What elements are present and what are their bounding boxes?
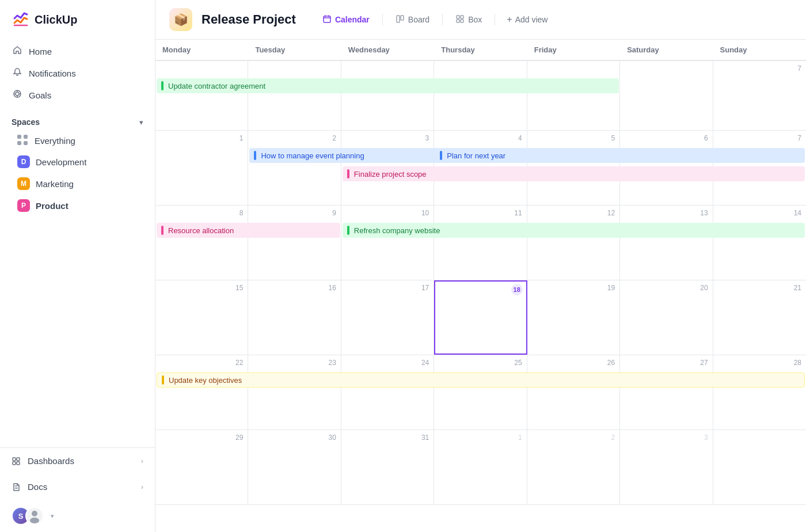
event-resource-allocation[interactable]: Resource allocation — [157, 223, 340, 238]
week0-cell-mon[interactable] — [155, 61, 248, 130]
week3-cell-sun[interactable]: 21 — [713, 280, 806, 355]
week1-cell-tue[interactable]: 2 — [248, 131, 341, 205]
sidebar-item-development[interactable]: D Development — [12, 151, 143, 173]
week2-cell-fri[interactable]: 12 — [527, 206, 620, 280]
event-dot-objectives — [162, 375, 164, 385]
week5-cell-fri[interactable]: 2 — [527, 430, 620, 504]
week5-cell-wed[interactable]: 31 — [341, 430, 434, 504]
project-title: Release Project — [202, 12, 296, 27]
week4-cell-tue[interactable]: 23 — [248, 355, 341, 430]
week1-cell-mon[interactable]: 1 — [155, 131, 248, 205]
home-label: Home — [29, 47, 52, 56]
week2-date-12: 12 — [607, 209, 615, 217]
week4-cell-mon[interactable]: 22 — [155, 355, 248, 430]
event-label-resource: Resource allocation — [168, 226, 234, 235]
week5-cell-tue[interactable]: 30 — [248, 430, 341, 504]
avatar-stack[interactable]: S — [12, 507, 44, 525]
day-wednesday: Wednesday — [341, 40, 434, 60]
sidebar-item-everything[interactable]: Everything — [12, 130, 143, 151]
sidebar-item-marketing[interactable]: M Marketing — [12, 173, 143, 195]
week0-cell-fri[interactable] — [527, 61, 620, 130]
board-tab-icon — [396, 14, 405, 25]
week2-cell-wed[interactable]: 10 — [341, 206, 434, 280]
calendar-tab-label: Calendar — [335, 15, 370, 24]
tab-box[interactable]: Box — [447, 11, 490, 29]
week4-cell-sun[interactable]: 28 — [713, 355, 806, 430]
svg-rect-14 — [461, 20, 463, 22]
sidebar-bottom: Dashboards › Docs › S ▾ — [0, 447, 155, 532]
sidebar-item-goals[interactable]: Goals — [7, 84, 148, 106]
week3-cell-tue[interactable]: 16 — [248, 280, 341, 355]
event-dot-scope — [347, 169, 349, 178]
week4-cell-thu[interactable]: 25 — [434, 355, 527, 430]
week2-cell-mon[interactable]: 8 — [155, 206, 248, 280]
week3-cell-wed[interactable]: 17 — [341, 280, 434, 355]
spaces-header[interactable]: Spaces ▾ — [12, 117, 143, 127]
week5-cell-sun[interactable] — [713, 430, 806, 504]
dashboards-icon — [12, 457, 21, 466]
goals-label: Goals — [29, 90, 51, 100]
app-name: ClickUp — [35, 13, 77, 26]
everything-label: Everything — [35, 136, 75, 146]
tab-calendar[interactable]: Calendar — [314, 11, 378, 29]
week4-date-27: 27 — [700, 359, 708, 367]
tab-board[interactable]: Board — [387, 11, 438, 29]
spaces-title: Spaces — [12, 117, 40, 127]
week5-cell-thu[interactable]: 1 — [434, 430, 527, 504]
week2-cell-sat[interactable]: 13 — [620, 206, 713, 280]
calendar-week-4: 22 23 24 25 26 27 28 — [155, 355, 806, 430]
week0-cell-sun[interactable]: 7 — [713, 61, 806, 130]
svg-rect-3 — [17, 458, 20, 461]
calendar-header: Monday Tuesday Wednesday Thursday Friday… — [155, 40, 806, 61]
event-contractor-agreement[interactable]: Update contractor agreement — [157, 78, 619, 93]
week0-cell-tue[interactable] — [248, 61, 341, 130]
week4-cell-wed[interactable]: 24 — [341, 355, 434, 430]
dashboards-item[interactable]: Dashboards › — [0, 448, 155, 474]
week1-date-5: 5 — [611, 134, 615, 142]
week0-cell-sat[interactable] — [620, 61, 713, 130]
week4-date-22: 22 — [235, 359, 243, 367]
add-view-button[interactable]: + Add view — [500, 11, 554, 28]
week2-cell-thu[interactable]: 11 — [434, 206, 527, 280]
event-label-objectives: Update key objectives — [169, 376, 242, 385]
logo-area[interactable]: ClickUp — [0, 0, 155, 38]
calendar-week-2: 8 9 10 11 12 13 14 — [155, 206, 806, 280]
docs-item[interactable]: Docs › — [0, 474, 155, 500]
week3-date-19: 19 — [607, 284, 615, 292]
week3-date-18-today: 18 — [511, 284, 523, 295]
week5-date-31: 31 — [421, 434, 429, 442]
sidebar-item-home[interactable]: Home — [7, 40, 148, 62]
event-key-objectives[interactable]: Update key objectives — [157, 373, 805, 387]
docs-label: Docs — [28, 482, 47, 492]
event-refresh-website[interactable]: Refresh company website — [343, 223, 805, 238]
user-section: S ▾ — [0, 500, 155, 532]
week3-cell-thu-today[interactable]: 18 — [434, 280, 527, 355]
event-label-website: Refresh company website — [354, 226, 440, 235]
sidebar-item-product[interactable]: P Product — [12, 195, 143, 216]
week5-cell-sat[interactable]: 3 — [620, 430, 713, 504]
week4-cell-fri[interactable]: 26 — [527, 355, 620, 430]
event-plan-next-year[interactable]: Plan for next year — [435, 148, 805, 163]
goals-icon — [13, 89, 22, 101]
week0-cell-wed[interactable] — [341, 61, 434, 130]
week2-cell-sun[interactable]: 14 — [713, 206, 806, 280]
event-finalize-scope[interactable]: Finalize project scope — [343, 166, 805, 181]
event-dot-resource — [161, 226, 164, 235]
sidebar-nav: Home Notifications Goals — [0, 38, 155, 108]
week0-cell-thu[interactable] — [434, 61, 527, 130]
main-content: 📦 Release Project Calendar Board — [155, 0, 806, 532]
week5-cell-mon[interactable]: 29 — [155, 430, 248, 504]
svg-rect-10 — [401, 16, 404, 20]
view-tabs: Calendar Board Box + Add view — [314, 11, 555, 29]
week4-cell-sat[interactable]: 27 — [620, 355, 713, 430]
week3-cell-sat[interactable]: 20 — [620, 280, 713, 355]
avatar-person — [25, 507, 44, 525]
calendar-week-3: 15 16 17 18 19 20 21 — [155, 280, 806, 355]
week3-cell-fri[interactable]: 19 — [527, 280, 620, 355]
development-label: Development — [36, 157, 86, 167]
sidebar-item-notifications[interactable]: Notifications — [7, 62, 148, 84]
user-dropdown-arrow[interactable]: ▾ — [51, 512, 54, 520]
week2-cell-tue[interactable]: 9 — [248, 206, 341, 280]
week3-cell-mon[interactable]: 15 — [155, 280, 248, 355]
marketing-badge: M — [17, 177, 30, 190]
